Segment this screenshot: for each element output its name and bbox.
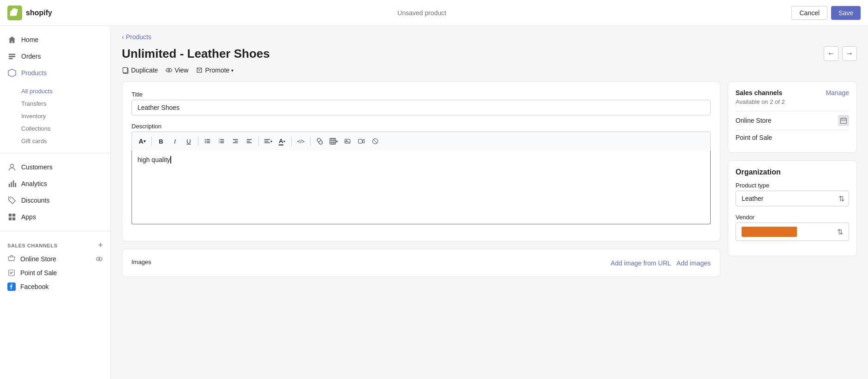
nav-section-main: Home Orders Products	[0, 30, 110, 83]
inventory-label: Inventory	[21, 113, 46, 120]
add-sales-channel-icon[interactable]: +	[98, 241, 103, 250]
video-button[interactable]	[355, 135, 368, 148]
font-size-button[interactable]: A▾	[136, 135, 149, 148]
sep-1	[151, 137, 152, 146]
svg-rect-45	[330, 138, 335, 144]
editor-toolbar: A▾ B I U 123	[132, 132, 711, 150]
home-label: Home	[21, 36, 38, 43]
table-button[interactable]: ▾	[327, 135, 340, 148]
organization-title: Organization	[736, 168, 849, 176]
link-button[interactable]	[313, 135, 326, 148]
view-action[interactable]: View	[165, 66, 188, 74]
next-button[interactable]: →	[842, 46, 857, 61]
vendor-input[interactable]: ⇅	[736, 223, 849, 241]
description-editor[interactable]: high quality​	[132, 150, 711, 224]
svg-point-27	[205, 139, 206, 140]
calendar-icon[interactable]	[838, 115, 849, 126]
analytics-icon	[7, 179, 17, 188]
promote-action[interactable]: Promote ▾	[196, 66, 233, 74]
sidebar-item-online-store[interactable]: Online Store	[0, 252, 110, 266]
italic-button[interactable]: I	[168, 135, 181, 148]
sidebar-item-discounts[interactable]: Discounts	[0, 192, 110, 209]
sidebar-item-facebook[interactable]: Facebook	[0, 280, 110, 294]
content-left: Title Description A▾ B I	[122, 81, 720, 277]
pos-label: Point of Sale	[20, 269, 57, 277]
svg-rect-7	[13, 180, 14, 187]
sidebar-subitem-all-products[interactable]: All products	[0, 85, 110, 97]
online-store-icon	[7, 255, 16, 263]
add-image-url-link[interactable]: Add image from URL	[611, 259, 671, 267]
nav-section-customers: Customers Analytics Discounts Apps	[0, 157, 110, 227]
svg-rect-24	[206, 139, 210, 140]
brand-name: shopify	[26, 9, 52, 17]
sidebar-item-point-of-sale[interactable]: Point of Sale	[0, 266, 110, 280]
all-products-label: All products	[21, 88, 53, 95]
analytics-label: Analytics	[21, 180, 47, 187]
customers-icon	[7, 162, 17, 172]
duplicate-action[interactable]: Duplicate	[122, 66, 158, 74]
svg-point-29	[205, 142, 206, 143]
vendor-bar	[742, 227, 797, 237]
sidebar-subitem-collections[interactable]: Collections	[0, 122, 110, 135]
cancel-button[interactable]: Cancel	[791, 6, 827, 20]
products-icon	[7, 68, 17, 78]
sidebar-item-products[interactable]: Products	[0, 65, 110, 81]
sidebar-item-home[interactable]: Home	[0, 31, 110, 48]
shopify-logo-icon	[7, 6, 22, 20]
pos-left: Point of Sale	[7, 269, 57, 277]
description-group: Description A▾ B I U	[132, 123, 711, 224]
divider-1	[0, 153, 110, 153]
product-type-select[interactable]: Leather	[736, 191, 849, 206]
sales-channels-header: SALES CHANNELS +	[0, 235, 110, 252]
sidebar-item-apps[interactable]: Apps	[0, 209, 110, 225]
svg-point-4	[10, 164, 13, 168]
add-images-link[interactable]: Add images	[676, 259, 711, 267]
unordered-list-button[interactable]	[201, 135, 214, 148]
sales-channels-section-label: SALES CHANNELS	[7, 243, 58, 248]
vendor-select-wrap: ⇅	[736, 223, 849, 241]
sidebar-item-customers[interactable]: Customers	[0, 159, 110, 175]
divider-2	[0, 231, 110, 231]
orders-icon	[7, 52, 17, 61]
sales-channels-header: Sales channels Manage	[736, 89, 849, 96]
svg-point-9	[10, 199, 11, 199]
save-button[interactable]: Save	[831, 6, 861, 20]
prev-button[interactable]: ←	[824, 46, 838, 61]
manage-link[interactable]: Manage	[826, 89, 849, 96]
svg-rect-5	[9, 184, 10, 187]
indent-button[interactable]	[229, 135, 242, 148]
svg-rect-55	[841, 118, 847, 123]
clear-format-button[interactable]	[369, 135, 382, 148]
svg-rect-40	[247, 141, 250, 141]
vendor-label: Vendor	[736, 214, 849, 221]
bold-button[interactable]: B	[155, 135, 168, 148]
sidebar-subitem-transfers[interactable]: Transfers	[0, 97, 110, 110]
sidebar-item-analytics[interactable]: Analytics	[0, 175, 110, 192]
customers-label: Customers	[21, 163, 53, 171]
sidebar-subitem-inventory[interactable]: Inventory	[0, 110, 110, 122]
svg-point-22	[166, 68, 172, 72]
underline-button[interactable]: U	[182, 135, 195, 148]
align-button[interactable]: ▾	[262, 135, 275, 148]
topbar: shopify Unsaved product Cancel Save	[0, 0, 868, 26]
ordered-list-button[interactable]: 123	[215, 135, 228, 148]
text-color-button[interactable]: A ▾	[275, 135, 288, 148]
online-store-channel-name: Online Store	[736, 117, 772, 124]
topbar-actions: Cancel Save	[791, 6, 861, 20]
promote-label: Promote	[205, 66, 229, 74]
breadcrumb[interactable]: ‹ Products	[122, 33, 857, 41]
outdent-button[interactable]	[243, 135, 256, 148]
page-status: Unsaved product	[397, 9, 446, 17]
svg-rect-2	[9, 56, 15, 57]
sales-channels-available: Available on 2 of 2	[736, 98, 849, 105]
code-button[interactable]: </>	[294, 135, 307, 148]
svg-rect-13	[12, 217, 15, 220]
sidebar-subitem-gift-cards[interactable]: Gift cards	[0, 135, 110, 147]
svg-rect-43	[264, 141, 269, 141]
orders-label: Orders	[21, 53, 41, 60]
image-button[interactable]	[341, 135, 354, 148]
title-input[interactable]	[132, 100, 711, 115]
svg-rect-16	[9, 270, 15, 276]
sidebar-item-orders[interactable]: Orders	[0, 48, 110, 65]
eye-icon[interactable]	[96, 255, 103, 263]
